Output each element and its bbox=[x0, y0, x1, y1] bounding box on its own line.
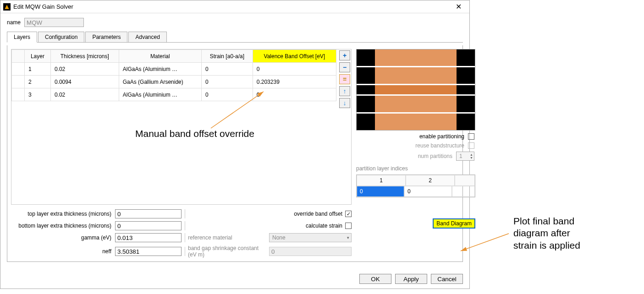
app-icon bbox=[3, 3, 11, 11]
annotation-right: Plot final band diagram after strain is … bbox=[513, 215, 580, 251]
partition-indices-grid[interactable]: 1 2 0 0 bbox=[356, 174, 475, 197]
override-label: override band offset bbox=[294, 211, 342, 217]
col-strain: Strain [a0-a/a] bbox=[202, 50, 253, 63]
enable-partitioning-label: enable partitioning bbox=[419, 133, 464, 140]
table-row: 1 0.02 AlGaAs (Aluminium … 0 0 bbox=[12, 63, 336, 76]
calc-strain-label: calculate strain bbox=[306, 223, 342, 229]
chevron-down-icon: ▾ bbox=[347, 235, 349, 240]
ref-material-label: reference material bbox=[188, 234, 268, 241]
close-button[interactable]: ✕ bbox=[450, 2, 467, 11]
col-layer: Layer bbox=[25, 50, 51, 63]
spin-up-icon: ▲ bbox=[470, 153, 473, 156]
neff-input[interactable] bbox=[115, 247, 182, 256]
layers-table[interactable]: Layer Thickness [microns] Material Strai… bbox=[11, 49, 336, 101]
name-label: name bbox=[7, 19, 21, 26]
tab-configuration[interactable]: Configuration bbox=[38, 32, 84, 42]
override-checkbox[interactable]: ✓ bbox=[345, 211, 352, 217]
svg-marker-0 bbox=[5, 5, 9, 9]
reuse-bandstructure-label: reuse bandstructure bbox=[415, 142, 464, 149]
col-thickness: Thickness [microns] bbox=[50, 50, 119, 63]
apply-button[interactable]: Apply bbox=[395, 274, 427, 284]
tab-advanced[interactable]: Advanced bbox=[128, 32, 166, 42]
enable-partitioning-checkbox[interactable] bbox=[468, 133, 474, 140]
col-blank bbox=[12, 50, 25, 63]
tab-parameters[interactable]: Parameters bbox=[85, 32, 127, 42]
name-input[interactable] bbox=[24, 18, 84, 27]
add-row-button[interactable]: + bbox=[339, 50, 350, 60]
move-down-button[interactable]: ↓ bbox=[339, 98, 350, 108]
move-up-button[interactable]: ↑ bbox=[339, 86, 350, 96]
annotation-left: Manual band offset override bbox=[135, 128, 254, 139]
bgs-label: band gap shrinkage constant (eV m) bbox=[188, 245, 268, 258]
top-extra-label: top layer extra thickness (microns) bbox=[11, 211, 114, 217]
tabstrip: Layers Configuration Parameters Advanced bbox=[7, 32, 463, 43]
title-bar: Edit MQW Gain Solver ✕ bbox=[0, 0, 469, 13]
num-partitions-label: num partitions bbox=[418, 153, 452, 159]
gamma-label: gamma (eV) bbox=[11, 234, 114, 241]
bottom-extra-input[interactable] bbox=[115, 221, 182, 230]
dialog-window: Edit MQW Gain Solver ✕ name Layers Confi… bbox=[0, 0, 470, 289]
partition-indices-label: partition layer indices bbox=[356, 165, 475, 172]
band-diagram-button[interactable]: Band Diagram bbox=[433, 218, 475, 229]
ok-button[interactable]: OK bbox=[359, 274, 391, 284]
table-row: 2 0.0094 GaAs (Gallium Arsenide) 0 0.203… bbox=[12, 76, 336, 88]
layer-preview bbox=[356, 49, 475, 131]
bgs-input bbox=[269, 247, 352, 256]
table-row: 3 0.02 AlGaAs (Aluminium … 0 0 bbox=[12, 88, 336, 101]
calc-strain-checkbox[interactable] bbox=[345, 223, 352, 229]
remove-row-button[interactable]: − bbox=[339, 62, 350, 72]
top-extra-input[interactable] bbox=[115, 209, 182, 218]
tab-layers[interactable]: Layers bbox=[7, 32, 37, 43]
window-title: Edit MQW Gain Solver bbox=[13, 3, 447, 10]
bottom-extra-label: bottom layer extra thickness (microns) bbox=[11, 223, 114, 229]
col-vbo: Valence Band Offset [eV] bbox=[253, 50, 336, 63]
reuse-bandstructure-checkbox bbox=[468, 142, 474, 149]
ref-material-select[interactable]: None ▾ bbox=[269, 233, 352, 242]
cancel-button[interactable]: Cancel bbox=[431, 274, 463, 284]
gamma-input[interactable] bbox=[115, 233, 182, 242]
num-partitions-spinner: 1 ▲▼ bbox=[456, 152, 474, 161]
duplicate-row-button[interactable]: = bbox=[339, 74, 350, 84]
spin-down-icon: ▼ bbox=[470, 156, 473, 159]
col-material: Material bbox=[119, 50, 201, 63]
neff-label: neff bbox=[11, 248, 114, 255]
